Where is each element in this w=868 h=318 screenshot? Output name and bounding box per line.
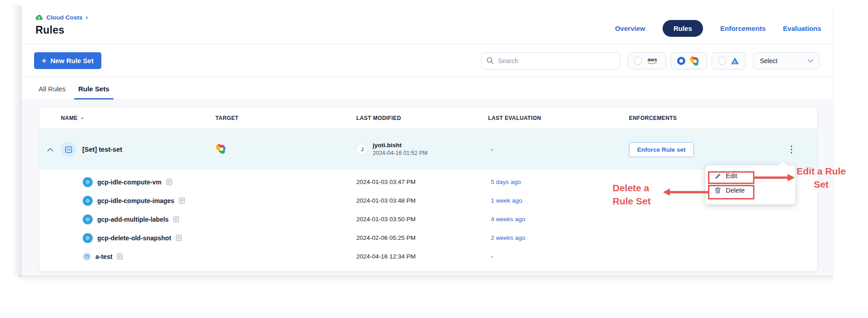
azure-radio [718,57,726,65]
rule-name: a-test [95,253,112,260]
azure-filter-button[interactable] [712,52,746,70]
rule-last-modified: 2024-01-03 03:47 PM [356,179,488,185]
rule-description-icon[interactable] [176,234,182,241]
top-nav: Overview Rules Enforcements Evaluations [615,20,821,37]
edit-annotation-text: Edit a Rule Set [794,164,848,191]
rules-tabs: All Rules Rule Sets [22,77,833,100]
azure-logo-icon [730,57,739,65]
column-header-target: TARGET [215,115,356,121]
aws-radio [634,57,642,65]
rule-last-modified: 2024-04-16 12:34 PM [356,253,488,260]
column-header-name[interactable]: NAME ▲ [61,115,215,121]
rule-last-evaluation-link[interactable]: 1 week ago [488,197,629,204]
provider-filter-group: aws [628,52,746,70]
header-left: $ Cloud Costs › Rules [35,14,88,36]
cloud-costs-rules-page: $ Cloud Costs › Rules Overview Rules Enf… [0,0,868,318]
trash-icon [714,187,721,194]
filter-select-dropdown[interactable]: Select [753,52,819,70]
rule-last-evaluation-link[interactable]: 2 weeks ago [488,234,629,241]
collapse-chevron-icon[interactable] [39,148,61,152]
rule-name: gcp-idle-compute-images [97,197,175,204]
rule-last-modified: 2024-02-06 05:25 PM [356,234,488,241]
row-actions-kebab-icon[interactable] [788,143,795,156]
delete-annotation-arrow [663,188,708,196]
svg-text:aws: aws [648,57,657,62]
rule-icon [83,253,91,261]
new-rule-set-label: New Rule Set [50,57,94,65]
tab-all-rules[interactable]: All Rules [39,85,65,99]
menu-item-edit[interactable]: Edit [714,172,737,179]
rule-name: gcp-delete-old-snapshot [97,234,171,242]
column-header-enforcements: ENFORCEMENTS [629,115,765,121]
rule-description-icon[interactable] [173,216,179,223]
avatar: J [356,144,368,155]
tab-rule-sets[interactable]: Rule Sets [78,85,109,99]
rule-icon [83,233,93,243]
rule-set-children: gcp-idle-compute-vm 2024-01-03 03:47 PM … [39,170,818,266]
rule-last-modified: 2024-01-03 03:48 PM [356,197,488,204]
rule-description-icon[interactable] [179,197,185,204]
modified-by: jyoti.bisht [373,142,428,149]
rule-last-evaluation-link[interactable]: 5 days ago [488,179,629,185]
rule-row: gcp-delete-old-snapshot 2024-02-06 05:25… [39,229,818,247]
rule-set-row: </> [Set] test-set [39,129,818,170]
rule-row: gcp-add-multiple-labels 2024-01-03 03:50… [39,210,818,229]
panel-bottom-shadow [18,275,833,282]
column-header-last-evaluation: LAST EVALUATION [488,115,629,121]
gcp-filter-button[interactable] [671,52,707,70]
select-value: Select [760,57,778,65]
rule-last-evaluation-link: - [488,253,629,260]
svg-text:</>: </> [66,148,70,151]
rule-description-icon[interactable] [117,253,123,260]
table-header-row: NAME ▲ TARGET LAST MODIFIED LAST EVALUAT… [39,108,818,129]
rule-name: gcp-idle-compute-vm [97,179,162,186]
row-actions-menu: Edit Delete [705,165,795,204]
breadcrumb-label[interactable]: Cloud Costs [46,14,83,21]
enforce-rule-set-button[interactable]: Enforce Rule set [629,142,694,157]
nav-evaluations[interactable]: Evaluations [783,25,821,32]
search-input[interactable] [481,52,620,70]
delete-annotation-text: Delete a Rule Set [613,181,663,208]
aws-logo-icon: aws [646,56,660,66]
last-evaluation-cell: - [488,146,629,153]
aws-filter-button[interactable]: aws [628,52,666,70]
rule-icon [83,177,93,187]
gcp-logo-icon [689,56,701,65]
rule-set-icon: </> [61,142,76,157]
rule-icon [83,196,93,206]
menu-item-delete[interactable]: Delete [714,187,745,194]
rule-set-name: [Set] test-set [82,146,122,153]
cloud-costs-icon: $ [35,15,43,20]
pencil-icon [714,173,721,179]
rule-last-modified: 2024-01-03 03:50 PM [356,216,488,223]
rule-name: gcp-add-multiple-labels [97,216,169,223]
search-box [481,52,620,70]
sort-asc-icon: ▲ [80,116,84,120]
toolbar-right: aws [481,52,819,70]
toolbar: + New Rule Set aws [22,45,833,77]
panel-left-shadow [12,5,22,276]
rule-last-evaluation-link[interactable]: 4 weeks ago [488,216,629,223]
breadcrumb[interactable]: $ Cloud Costs › [35,14,88,21]
nav-overview[interactable]: Overview [615,25,645,32]
gcp-target-icon [215,144,228,154]
rule-icon [83,214,93,224]
nav-rules-active[interactable]: Rules [663,20,703,37]
target-cell [215,144,356,155]
last-modified-cell: J jyoti.bisht 2024-04-16 01:52 PM [356,142,488,157]
page-title: Rules [35,24,88,36]
breadcrumb-chevron: › [86,14,88,21]
nav-enforcements[interactable]: Enforcements [720,25,766,32]
page-header: $ Cloud Costs › Rules Overview Rules Enf… [22,5,833,45]
rule-row: a-test 2024-04-16 12:34 PM - [39,247,818,266]
gcp-radio-selected [677,57,685,65]
plus-icon: + [42,57,46,65]
modified-at: 2024-04-16 01:52 PM [373,149,428,157]
rule-description-icon[interactable] [166,179,172,185]
chevron-down-icon [808,59,813,63]
app-panel: $ Cloud Costs › Rules Overview Rules Enf… [22,5,833,275]
new-rule-set-button[interactable]: + New Rule Set [34,52,101,69]
search-icon [486,57,494,65]
column-header-last-modified: LAST MODIFIED [356,115,488,121]
edit-annotation-arrow [754,174,795,182]
